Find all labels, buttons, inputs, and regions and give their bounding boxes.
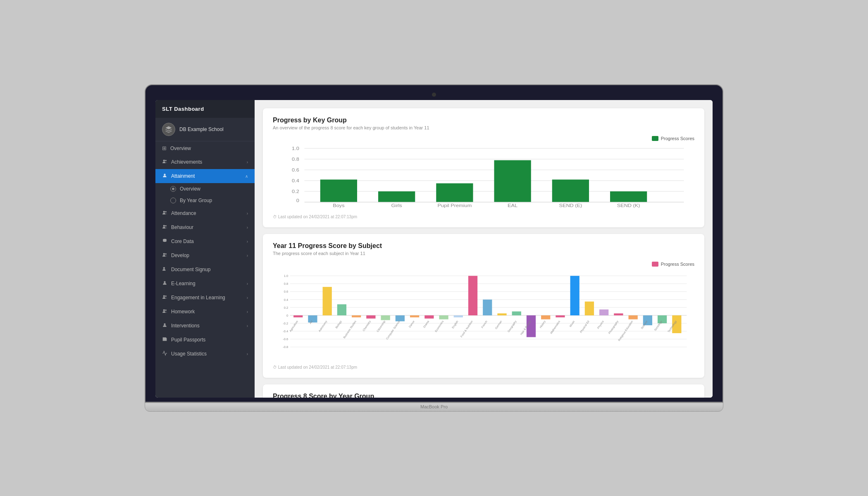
sidebar-item-interventions[interactable]: Interventions › <box>155 319 255 333</box>
core-data-icon <box>162 238 167 245</box>
attainment-icon <box>162 173 167 179</box>
laptop-footer: MacBook Pro <box>145 403 723 409</box>
overview-icon: ⊞ <box>162 145 167 151</box>
svg-text:SEND (K): SEND (K) <box>617 203 640 207</box>
sidebar-sub-by-year-group[interactable]: By Year Group <box>155 195 255 206</box>
bar-biology <box>337 304 346 315</box>
svg-text:Dance: Dance <box>408 320 415 328</box>
chart2-svg: 1.0 0.8 0.6 0.4 0.2 0 -0.2 -0.4 -0.6 -0.… <box>273 270 694 361</box>
chart1-bars: 1.0 0.8 0.6 0.4 0.2 0 Boys <box>273 144 694 210</box>
bar-photography <box>614 313 623 315</box>
document-icon <box>162 266 167 273</box>
overview-radio <box>170 186 176 192</box>
engagement-arrow: › <box>247 296 248 300</box>
svg-text:1.0: 1.0 <box>292 146 299 150</box>
chart3-title: Progress 8 Score by Year Group <box>273 393 694 398</box>
sidebar-label-core-data: Core Data <box>171 238 194 244</box>
interventions-icon <box>162 322 167 329</box>
svg-text:0.4: 0.4 <box>284 298 288 302</box>
achievements-arrow: › <box>247 160 248 165</box>
svg-text:SEND (E): SEND (E) <box>559 203 582 207</box>
svg-text:Food & Nutrition: Food & Nutrition <box>460 320 473 338</box>
sidebar-item-document-signup[interactable]: Document Signup <box>155 262 255 277</box>
svg-text:0.8: 0.8 <box>284 282 288 286</box>
school-name: DB Example School <box>179 126 224 132</box>
svg-text:Mathematics: Mathematics <box>550 320 561 334</box>
bar-citizenship <box>381 315 390 320</box>
bar-economics <box>439 315 448 320</box>
behaviour-icon <box>162 224 167 231</box>
sidebar-item-engagement[interactable]: Engagement in Learning › <box>155 291 255 305</box>
bar-drama <box>424 315 434 319</box>
sidebar-sub-overview[interactable]: Overview <box>155 183 255 195</box>
svg-text:0.2: 0.2 <box>292 189 299 193</box>
achievements-icon <box>162 159 167 165</box>
chart1-svg: 1.0 0.8 0.6 0.4 0.2 0 Boys <box>273 144 694 210</box>
svg-text:Drama: Drama <box>422 320 429 329</box>
svg-text:1.0: 1.0 <box>284 274 288 278</box>
chart1-updated: ⏱ Last updated on 24/02/2021 at 22:07:13… <box>273 215 694 219</box>
sidebar-item-usage-statistics[interactable]: Usage Statistics › <box>155 347 255 361</box>
svg-text:-0.2: -0.2 <box>283 322 288 325</box>
svg-text:Biology: Biology <box>335 320 343 329</box>
sidebar-label-document: Document Signup <box>171 267 210 272</box>
bar-re <box>629 315 638 320</box>
sidebar-label-engagement: Engagement in Learning <box>171 295 225 300</box>
bar-dance <box>410 315 419 317</box>
svg-point-12 <box>163 295 165 297</box>
svg-text:Physics: Physics <box>597 320 605 329</box>
main-content: Progress by Key Group An overview of the… <box>255 100 713 398</box>
sub-label-overview: Overview <box>180 186 200 192</box>
svg-text:EAL: EAL <box>508 203 517 207</box>
bar-german <box>497 313 506 315</box>
chart-card-2: Year 11 Progress Score by Subject The pr… <box>263 234 704 378</box>
sidebar-label-interventions: Interventions <box>171 323 200 329</box>
svg-text:0.6: 0.6 <box>292 168 299 172</box>
sidebar-item-achievements[interactable]: Achievements › <box>155 155 255 169</box>
sidebar-item-attendance[interactable]: Attendance › <box>155 206 255 220</box>
develop-icon <box>162 252 167 259</box>
sidebar-item-homework[interactable]: Homework › <box>155 305 255 319</box>
svg-text:Agriculture: Agriculture <box>289 320 299 333</box>
elearning-icon <box>162 280 167 287</box>
svg-text:Citizenship: Citizenship <box>376 320 386 333</box>
sidebar-label-pupil-passports: Pupil Passports <box>171 337 205 343</box>
svg-point-5 <box>163 225 165 227</box>
chart2-bars: 1.0 0.8 0.6 0.4 0.2 0 -0.2 -0.4 -0.6 -0.… <box>273 270 694 361</box>
svg-text:0.8: 0.8 <box>292 157 299 161</box>
develop-arrow: › <box>247 253 248 258</box>
homework-arrow: › <box>247 310 248 314</box>
svg-text:Physical Ed: Physical Ed <box>579 320 590 334</box>
laptop-screen: SLT Dashboard DB Example School ⊞ <box>145 84 723 403</box>
chart2-subtitle: The progress score of each subject in Ye… <box>273 251 694 256</box>
svg-text:-0.4: -0.4 <box>283 329 288 333</box>
bar-pe <box>585 302 594 315</box>
sidebar-item-pupil-passports[interactable]: Pupil Passports <box>155 333 255 347</box>
bar-agriculture <box>293 315 303 317</box>
chart2-updated: ⏱ Last updated on 24/02/2021 at 22:07:13… <box>273 365 694 370</box>
svg-text:-0.8: -0.8 <box>283 345 288 349</box>
sidebar-item-elearning[interactable]: E-Learning › <box>155 277 255 291</box>
usage-arrow: › <box>247 352 248 356</box>
sidebar-item-overview[interactable]: ⊞ Overview <box>155 141 255 155</box>
sub-label-by-year: By Year Group <box>180 198 212 203</box>
sidebar-label-behaviour: Behaviour <box>171 224 193 230</box>
school-badge <box>162 123 175 136</box>
bar-maths <box>556 315 565 317</box>
chart1-legend-label: Progress Scores <box>661 136 694 141</box>
bar-boys <box>320 179 357 202</box>
svg-text:Pupil Premium: Pupil Premium <box>437 203 472 207</box>
svg-text:Boys: Boys <box>333 203 345 207</box>
svg-text:Chemistry: Chemistry <box>362 320 372 332</box>
sidebar-item-develop[interactable]: Develop › <box>155 248 255 262</box>
sidebar-item-core-data[interactable]: Core Data › <box>155 234 255 248</box>
svg-point-6 <box>165 225 167 227</box>
sidebar-label-develop: Develop <box>171 253 189 258</box>
sidebar-item-behaviour[interactable]: Behaviour › <box>155 220 255 234</box>
sidebar-label-overview: Overview <box>170 145 191 151</box>
svg-text:0.6: 0.6 <box>284 290 288 293</box>
sidebar-item-attainment[interactable]: Attainment ∧ <box>155 169 255 183</box>
bar-send-e <box>552 179 589 202</box>
bar-girls <box>378 191 415 202</box>
chart2-legend-label: Progress Scores <box>661 262 694 267</box>
